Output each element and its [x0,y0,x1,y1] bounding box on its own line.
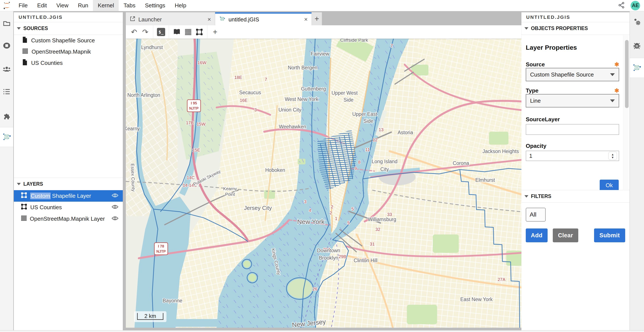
new-tab-button[interactable]: + [312,12,322,25]
menu-view[interactable]: View [52,0,73,11]
map-place-label: Lyndhurst [141,44,163,50]
map-place-label: East New York [460,296,493,302]
form-title: Layer Properties [526,44,619,51]
objects-properties-header[interactable]: OBJECTS PROPERTIES [522,22,630,35]
layer-item-us-counties[interactable]: US Counties [14,202,123,213]
road-ref-label: 16E [240,98,248,103]
main-menu: File Edit View Run Kernel Tabs Settings … [14,0,191,11]
toolbar-add-button[interactable]: + [210,26,221,38]
left-activity-bar [0,11,14,330]
visibility-eye-icon[interactable] [112,192,118,199]
road-ref-label: 14C [187,175,195,180]
close-tab-icon[interactable]: × [208,16,211,22]
add-vector-button[interactable] [194,26,205,38]
collapse-caret-icon [17,183,21,185]
debugger-bug-icon[interactable] [630,41,644,50]
map-place-label: Clinton Hill [354,258,378,263]
route-shield: I 95NJTP [187,100,200,112]
filters-section-header[interactable]: FILTERS [522,190,630,202]
menu-run[interactable]: Run [73,0,93,11]
required-asterisk: ✱ [614,61,619,68]
map-canvas[interactable]: I 95NJTPI 78NJTP 16W18E16E7317B15W15E14C… [126,39,522,328]
visibility-eye-icon[interactable] [112,216,118,222]
menu-tabs[interactable]: Tabs [119,0,140,11]
right-panel-scrollbar-thumb[interactable] [625,40,629,108]
property-inspector-icon[interactable] [630,17,644,26]
road-ref-label: 12 [373,138,378,142]
required-asterisk: ✱ [614,87,619,94]
file-icon [22,59,28,67]
map-place-label: Astoria [398,130,413,135]
clear-filters-button[interactable]: Clear [553,228,578,242]
road-ref-label: 3 [304,199,306,204]
sourcelayer-input[interactable] [526,124,619,135]
road-ref-label: 1 [335,216,337,221]
menu-help[interactable]: Help [170,0,191,11]
sources-section-header[interactable]: SOURCES [14,22,123,35]
map-place-label: Jersey City [244,205,272,211]
collaborators-icon[interactable] [0,65,13,74]
left-panel-title: UNTITLED.JGIS [14,12,123,22]
map-place-label: Kearny [223,186,237,191]
menu-settings[interactable]: Settings [140,0,170,11]
map-place-label: Essex County [130,164,136,192]
road-ref-label: 15W [196,122,205,126]
visibility-eye-icon[interactable] [112,204,118,211]
tab-bar: Launcher × untitled.jGIS × [126,12,522,25]
road-ref-label: 31 [370,242,375,246]
map-place-label: Weehawken [279,124,306,130]
identify-book-button[interactable] [171,26,182,38]
number-stepper[interactable]: ▲▼ [608,152,617,160]
source-select[interactable]: Custom Shapefile Source [526,68,619,81]
terminal-icon: $_ [157,28,165,36]
map-place-label: Upper West [332,90,358,96]
road-ref-label: 17B [186,120,194,125]
user-avatar[interactable]: AE [630,1,640,10]
file-browser-icon[interactable] [0,20,13,27]
layer-item-osm-mapnik[interactable]: OpenStreetMap.Mapnik Layer [14,213,123,224]
map-place-label: Corona [453,160,469,166]
submit-filters-button[interactable]: Submit [594,228,625,242]
share-icon[interactable] [618,2,625,10]
jgis-globe-icon[interactable] [0,132,13,141]
type-select[interactable]: Line [526,94,619,108]
tab-launcher[interactable]: Launcher × [126,12,215,25]
extension-manager-icon[interactable] [0,111,13,119]
tab-untitled-jgis[interactable]: untitled.jGIS × [215,12,312,25]
grid-icon [21,215,27,223]
running-kernels-icon[interactable] [0,42,13,50]
menu-kernel[interactable]: Kernel [93,0,119,11]
redo-button[interactable]: ↷ [140,26,151,38]
road-ref-label: 5 [347,220,350,225]
close-tab-icon[interactable]: × [304,16,308,22]
source-item-osm-mapnik[interactable]: OpenStreetMap.Mapnik [14,46,123,57]
undo-button[interactable]: ↶ [128,26,140,38]
file-icon [22,36,28,44]
jupyterlab-app: File Edit View Run Kernel Tabs Settings … [0,0,644,332]
layer-item-custom-shapefile[interactable]: Custom Shapefile Layer [14,190,123,202]
add-filter-button[interactable]: Add [526,228,548,242]
road-ref-label: 4 [309,208,311,213]
road-ref-label: 5 [351,207,354,212]
road-ref-label: 15E [192,148,200,152]
table-of-contents-icon[interactable] [0,88,13,96]
layers-section-header[interactable]: LAYERS [14,178,123,190]
map-place-label: Point [225,192,235,197]
opacity-input[interactable]: 1 ▲▼ [526,151,619,161]
console-button[interactable]: $_ [156,26,167,38]
chevron-down-icon [610,73,615,76]
menu-edit[interactable]: Edit [32,0,52,11]
jgis-globe-icon[interactable] [630,63,644,72]
map-scale-control: 2 km [134,311,166,322]
map-place-label: Bayonne [163,298,182,304]
filter-logic-select[interactable]: All [526,208,546,222]
map-place-label: Williamsburg [368,216,396,222]
ok-button[interactable]: Ok [600,180,619,190]
source-item-custom-shapefile[interactable]: Custom Shapefile Source [14,35,123,46]
add-raster-grid-button[interactable] [182,26,194,38]
collapse-caret-icon [17,27,21,30]
source-item-us-counties[interactable]: US Counties [14,57,123,68]
map-place-label: Hoboken [265,167,285,173]
road-ref-label: 3 [254,108,256,112]
menu-file[interactable]: File [14,0,32,11]
